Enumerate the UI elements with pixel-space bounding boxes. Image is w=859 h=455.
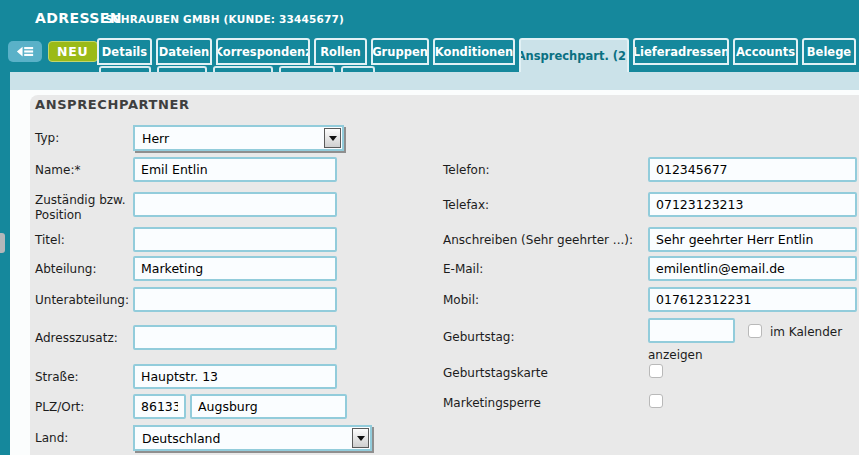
name-label: Name:* [35,163,131,178]
email-label: E-Mail: [443,262,648,277]
anschreiben-label: Anschreiben (Sehr geehrter ...): [443,233,648,248]
land-label: Land: [35,431,131,446]
unterabteilung-input[interactable] [133,287,337,312]
abteilung-input[interactable] [133,256,337,281]
typ-select[interactable]: Herr [133,125,344,151]
adresszusatz-label: Adresszusatz: [35,331,131,346]
marketingsperre-label: Marketingsperre [443,396,648,411]
plz-input[interactable] [133,394,186,419]
anzeigen-label: anzeigen [648,348,703,362]
mobil-label: Mobil: [443,293,648,308]
titel-input[interactable] [133,227,337,252]
telefax-input[interactable] [648,192,857,217]
ort-input[interactable] [190,394,347,419]
email-input[interactable] [648,256,857,281]
im-kalender-label: im Kalender [770,325,842,339]
geburtstagskarte-checkbox[interactable] [649,364,663,378]
typ-label: Typ: [35,131,131,146]
name-input[interactable] [133,157,337,182]
plz-ort-label: PLZ/Ort: [35,400,131,415]
sidebar-resize-handle[interactable] [0,233,5,253]
header-sub-band [10,72,859,90]
tab-korrespondenz[interactable]: Korrespondenz [216,38,310,65]
tab-accounts[interactable]: Accounts [733,38,798,65]
telefax-label: Telefax: [443,198,648,213]
tab-gruppen[interactable]: Gruppen [371,38,429,65]
geburtstag-input[interactable] [648,318,735,343]
tab-ansprechpartner[interactable]: Ansprechpart. (2) [519,38,629,72]
tab-belege[interactable]: Belege [802,38,856,65]
abteilung-label: Abteilung: [35,262,131,277]
im-kalender-checkbox[interactable] [748,324,762,338]
telefon-label: Telefon: [443,163,648,178]
chevron-down-icon[interactable] [324,128,341,148]
telefon-input[interactable] [648,157,857,182]
typ-select-value: Herr [142,131,169,146]
tab-details[interactable]: Details [97,38,152,65]
anschreiben-input[interactable] [648,227,857,252]
tab-lieferadressen[interactable]: Lieferadressen [633,38,729,65]
tab-konditionen[interactable]: Konditionen [433,38,515,65]
land-select[interactable]: Deutschland [133,425,372,451]
chevron-down-icon[interactable] [352,428,369,448]
app-header: ADRESSEN SCHRAUBEN GMBH (KUNDE: 33445677… [0,0,859,72]
adressen-app-window: ADRESSEN SCHRAUBEN GMBH (KUNDE: 33445677… [0,0,859,455]
collapse-back-button[interactable] [8,41,42,62]
strasse-label: Straße: [35,370,131,385]
adresszusatz-input[interactable] [133,325,337,350]
mobil-input[interactable] [648,287,857,312]
marketingsperre-checkbox[interactable] [649,394,663,408]
collapse-left-icon [15,45,35,58]
titel-label: Titel: [35,233,131,248]
position-input[interactable] [133,192,337,217]
strasse-input[interactable] [133,364,337,389]
record-context: SCHRAUBEN GMBH (KUNDE: 33445677) [105,13,344,25]
neu-button[interactable]: NEU [48,41,98,62]
geburtstagskarte-label: Geburtstagskarte [443,366,648,381]
panel-title: ANSPRECHPARTNER [35,97,190,112]
land-select-value: Deutschland [142,431,220,446]
position-label: Zuständig bzw. Position [35,193,131,223]
tab-rollen[interactable]: Rollen [314,38,367,65]
geburtstag-label: Geburtstag: [443,330,648,345]
unterabteilung-label: Unterabteilung: [35,293,131,308]
tab-dateien[interactable]: Dateien [156,38,212,65]
